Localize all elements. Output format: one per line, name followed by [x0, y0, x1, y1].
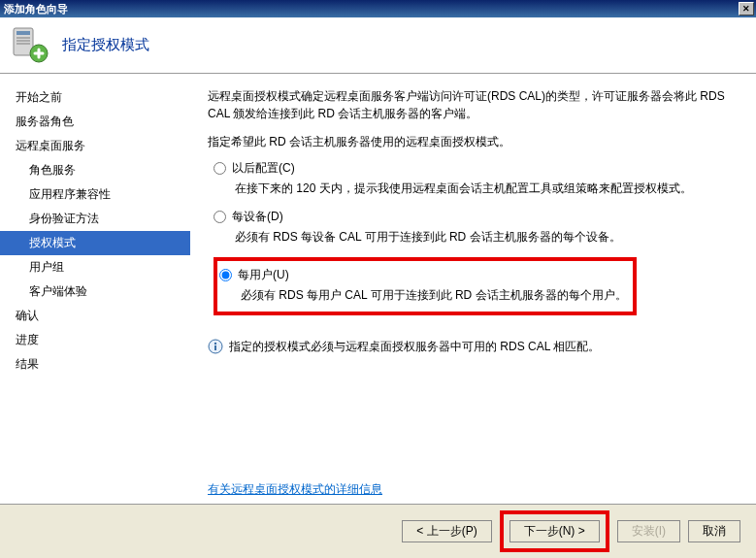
- info-note: 指定的授权模式必须与远程桌面授权服务器中可用的 RDS CAL 相匹配。: [208, 339, 739, 355]
- radio-later[interactable]: [214, 162, 226, 175]
- install-button: 安装(I): [617, 520, 680, 542]
- prev-button[interactable]: < 上一步(P): [402, 520, 491, 542]
- page-title: 指定授权模式: [62, 36, 149, 54]
- sidebar-item-before-begin[interactable]: 开始之前: [0, 85, 190, 110]
- info-text: 指定的授权模式必须与远程桌面授权服务器中可用的 RDS CAL 相匹配。: [229, 339, 600, 355]
- description-text: 远程桌面授权模式确定远程桌面服务客户端访问许可证(RDS CAL)的类型，许可证…: [208, 87, 739, 122]
- cancel-button[interactable]: 取消: [688, 520, 740, 542]
- wizard-main: 远程桌面授权模式确定远程桌面服务客户端访问许可证(RDS CAL)的类型，许可证…: [190, 74, 756, 504]
- sidebar-item-role-services[interactable]: 角色服务: [0, 158, 190, 182]
- prompt-text: 指定希望此 RD 会话主机服务器使用的远程桌面授权模式。: [208, 134, 739, 150]
- radio-per-device[interactable]: [214, 211, 226, 223]
- sidebar-item-auth-method[interactable]: 身份验证方法: [0, 207, 190, 231]
- radio-per-device-desc: 必须有 RDS 每设备 CAL 可用于连接到此 RD 会话主机服务器的每个设备。: [235, 229, 739, 246]
- svg-point-7: [214, 343, 216, 345]
- radio-option-per-device: 每设备(D) 必须有 RDS 每设备 CAL 可用于连接到此 RD 会话主机服务…: [214, 209, 739, 246]
- svg-rect-4: [16, 43, 30, 45]
- more-info-link[interactable]: 有关远程桌面授权模式的详细信息: [208, 482, 382, 496]
- wizard-header: 指定授权模式: [0, 17, 756, 74]
- sidebar-item-server-roles[interactable]: 服务器角色: [0, 110, 190, 134]
- sidebar-item-user-groups[interactable]: 用户组: [0, 255, 190, 279]
- sidebar-item-progress[interactable]: 进度: [0, 328, 190, 352]
- svg-rect-8: [214, 345, 216, 350]
- radio-later-label: 以后配置(C): [232, 160, 295, 177]
- sidebar-item-client-exp[interactable]: 客户端体验: [0, 279, 190, 304]
- radio-option-later: 以后配置(C) 在接下来的 120 天内，提示我使用远程桌面会话主机配置工具或组…: [214, 160, 739, 197]
- radio-per-user-label: 每用户(U): [238, 267, 289, 283]
- wizard-sidebar: 开始之前 服务器角色 远程桌面服务 角色服务 应用程序兼容性 身份验证方法 授权…: [0, 74, 190, 504]
- wizard-icon: [10, 26, 49, 65]
- radio-per-user[interactable]: [219, 269, 232, 281]
- sidebar-item-results[interactable]: 结果: [0, 352, 190, 377]
- next-button[interactable]: 下一步(N) >: [509, 520, 600, 542]
- svg-rect-2: [16, 37, 30, 39]
- window-title: 添加角色向导: [4, 2, 739, 16]
- radio-per-user-desc: 必须有 RDS 每用户 CAL 可用于连接到此 RD 会话主机服务器的每个用户。: [241, 287, 627, 304]
- radio-per-device-label: 每设备(D): [232, 209, 283, 225]
- sidebar-item-rds[interactable]: 远程桌面服务: [0, 134, 190, 158]
- svg-rect-3: [16, 40, 30, 42]
- titlebar: 添加角色向导 ✕: [0, 0, 756, 17]
- sidebar-item-confirm[interactable]: 确认: [0, 304, 190, 328]
- highlight-per-user: 每用户(U) 必须有 RDS 每用户 CAL 可用于连接到此 RD 会话主机服务…: [214, 257, 637, 315]
- radio-option-per-user: 每用户(U) 必须有 RDS 每用户 CAL 可用于连接到此 RD 会话主机服务…: [219, 267, 627, 304]
- sidebar-item-licensing-mode[interactable]: 授权模式: [0, 231, 190, 255]
- close-button[interactable]: ✕: [739, 2, 754, 16]
- highlight-next: 下一步(N) >: [500, 510, 609, 552]
- sidebar-item-app-compat[interactable]: 应用程序兼容性: [0, 182, 190, 207]
- wizard-footer: < 上一步(P) 下一步(N) > 安装(I) 取消: [0, 504, 756, 558]
- svg-rect-1: [16, 31, 30, 35]
- info-icon: [208, 339, 223, 354]
- radio-later-desc: 在接下来的 120 天内，提示我使用远程桌面会话主机配置工具或组策略来配置授权模…: [235, 181, 739, 197]
